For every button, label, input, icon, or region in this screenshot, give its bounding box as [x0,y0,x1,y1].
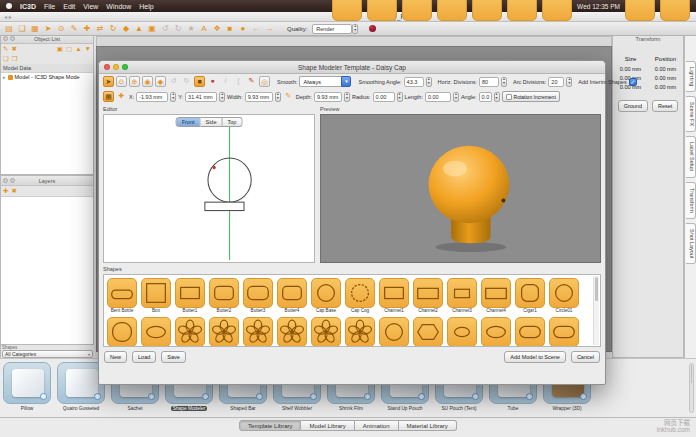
shape-butter2[interactable]: Butter2 [209,278,239,315]
shape-circle01[interactable]: Circle01 [549,278,579,315]
strip-scrollbar[interactable] [689,363,694,413]
width-field[interactable]: 9.93 mm [245,92,273,102]
shape-box[interactable]: Box [141,278,171,315]
menu-app[interactable]: IC3D [20,3,36,10]
redo-icon[interactable]: ↻ [173,24,183,34]
bluetooth-icon[interactable]: ⇅ [472,0,502,21]
radius-stepper[interactable]: ▲▼ [397,92,403,102]
menu-window[interactable]: Window [106,3,131,10]
new-button[interactable]: New [104,351,127,363]
depth-stepper[interactable]: ▲▼ [344,92,350,102]
menu-file[interactable]: File [44,3,55,10]
save-icon[interactable]: ▦ [30,24,40,34]
shape-row2-item-5[interactable] [243,317,273,347]
shape-cap-cog[interactable]: Cap Cog [345,278,375,315]
text-tool-icon[interactable]: A [199,24,209,34]
cancel-button[interactable]: Cancel [571,351,600,363]
shape-channel1[interactable]: Channel1 [379,278,409,315]
tab-model-library[interactable]: Model Library [301,420,354,431]
angle-field[interactable]: 0.0 [479,92,492,102]
chevron-down-icon[interactable]: ▼ [341,76,351,87]
app-status-icon-1[interactable]: ◍ [332,0,362,21]
shape-cap-base[interactable]: Cap Base [311,278,341,315]
shape-row2-item-4[interactable] [209,317,239,347]
shape-row2-item-11[interactable] [447,317,477,347]
shape-bent-bottle[interactable]: Bent Bottle [107,278,137,315]
rotation-increment-button[interactable]: Rotation Increment [502,91,560,102]
open-item-folder-icon[interactable]: ❐ [12,55,18,63]
tab-animation[interactable]: Animation [355,420,399,431]
menu-clock[interactable]: Wed 12:35 PM [577,3,620,10]
shapes-scrollbar[interactable] [593,276,599,345]
shape-row2-item-10[interactable] [413,317,443,347]
forward-icon[interactable]: → [264,24,274,34]
app-status-icon-2[interactable]: ▣ [367,0,397,21]
template-pillow[interactable]: Pillow [2,362,52,411]
shape-row2-item-13[interactable] [515,317,545,347]
nav-arrows[interactable]: ◂ ▸ [4,13,12,20]
shape-channel2[interactable]: Channel2 [413,278,443,315]
shape-row2-item-6[interactable] [277,317,307,347]
shape-butter1[interactable]: Butter1 [175,278,205,315]
swatch-icon[interactable]: ■ [194,76,205,87]
profile-editor-canvas[interactable]: FrontSideTop [103,114,315,263]
mirror-tool-icon[interactable]: ◆ [155,76,166,87]
arc-divisions-field[interactable]: 20 [548,77,564,87]
x-field[interactable]: -1.93 mm [136,92,168,102]
save-button[interactable]: Save [161,351,186,363]
ground-button[interactable]: Ground [618,100,648,112]
preview-3d-viewport[interactable] [320,114,601,263]
smooth-select[interactable]: Always ▼ [299,76,351,87]
add-model-to-scene-button[interactable]: Add Model to Scene [504,351,566,363]
depth-field[interactable]: 9.93 mm [314,92,342,102]
editor-tab-top[interactable]: Top [222,117,242,127]
ungroup-icon[interactable]: ▢ [66,45,72,53]
down-icon[interactable]: ▼ [85,45,91,53]
shape-channel3[interactable]: Channel3 [447,278,477,315]
spotlight-search-icon[interactable]: ⊙ [625,0,655,21]
y-stepper[interactable]: ▲▼ [219,92,225,102]
undo-icon[interactable]: ↺ [168,76,179,87]
shape-row2-item-8[interactable] [345,317,375,347]
curve-tool-icon[interactable]: ( [233,76,244,87]
open-folder-icon[interactable]: ❏ [17,24,27,34]
reset-button[interactable]: Reset [652,100,678,112]
rotate-view-icon[interactable]: ↻ [108,24,118,34]
smoothing-angle-field[interactable]: 43.3 [404,77,424,87]
add-object-icon[interactable]: ✚ [82,24,92,34]
delete-point-icon[interactable]: ● [207,76,218,87]
node-tool-icon[interactable]: ◉ [142,76,153,87]
length-field[interactable]: 0.00 mm [425,92,451,102]
import-icon[interactable]: ■ [225,24,235,34]
smoothing-angle-stepper[interactable]: ▲▼ [426,77,432,87]
tree-twisty-icon[interactable]: ▸ [3,74,6,80]
shape-row2-item-1[interactable] [107,317,137,347]
select-point-tool-icon[interactable]: ➤ [103,76,114,87]
side-tab-scene-fx[interactable]: Scene FX [686,96,696,132]
shape-butter4[interactable]: Butter4 [277,278,307,315]
shape-row2-item-2[interactable] [141,317,171,347]
angle-stepper[interactable]: ▲▼ [494,92,500,102]
snapshot-icon[interactable]: ★ [186,24,196,34]
tab-material-library[interactable]: Material Library [399,420,457,431]
tree-item-model[interactable]: ▸ Model - IC3D Shape Mode [1,73,93,81]
width-stepper[interactable]: ▲▼ [275,92,281,102]
x-stepper[interactable]: ▲▼ [170,92,176,102]
side-tab-label-setup[interactable]: Label Setup [686,136,696,177]
swap-view-icon[interactable]: ⇄ [95,24,105,34]
line-tool-icon[interactable]: / [220,76,231,87]
new-folder-icon[interactable]: ❏ [3,55,9,63]
undo-icon[interactable]: ↺ [160,24,170,34]
editor-tab-side[interactable]: Side [200,117,222,127]
shape-cigar1[interactable]: Cigar1 [515,278,545,315]
quality-select[interactable]: Render ▲▼ [312,24,358,34]
delete-object-icon[interactable]: ✖ [11,45,16,53]
side-tab-lighting[interactable]: Lighting [686,61,696,92]
horiz-divisions-stepper[interactable]: ▲▼ [501,77,507,87]
menu-view[interactable]: View [83,3,98,10]
group-icon[interactable]: ▣ [57,45,63,53]
load-button[interactable]: Load [132,351,156,363]
menu-edit[interactable]: Edit [63,3,75,10]
smooth-point-tool-icon[interactable]: ◎ [259,76,270,87]
redo-icon[interactable]: ↻ [181,76,192,87]
